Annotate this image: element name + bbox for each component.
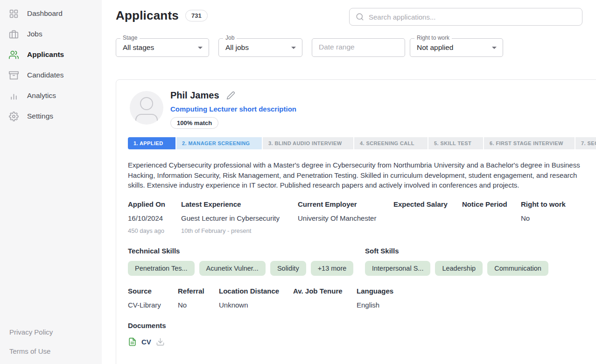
sidebar-item-label: Settings (27, 112, 53, 120)
stage-filter-value: All stages (123, 43, 154, 52)
sidebar-item-label: Candidates (27, 71, 63, 79)
soft-skills-title: Soft Skills (365, 247, 548, 255)
applicant-card: Phil James Computing Lecturer short desc… (116, 79, 596, 364)
description-line: Experienced Cybersecurity professional w… (128, 160, 580, 170)
document-name-link[interactable]: CV (141, 338, 151, 346)
skill-chip[interactable]: Leadership (435, 261, 483, 276)
sidebar-item-label: Dashboard (27, 9, 63, 18)
stage-pill-second-stage-interview[interactable]: 7. SECOND STAGE INTERVIEW (575, 137, 596, 149)
job-description-link[interactable]: Computing Lecturer short description (170, 105, 296, 113)
edit-pencil-icon[interactable] (226, 91, 235, 100)
documents-section: Documents CV (128, 322, 166, 346)
briefcase-icon (9, 29, 19, 39)
gear-icon (9, 112, 19, 121)
applicant-head: Phil James Computing Lecturer short desc… (170, 90, 296, 129)
applicant-count-badge: 731 (185, 10, 208, 21)
privacy-policy-link[interactable]: Privacy Policy (9, 328, 53, 336)
right-to-work-filter-value: Not applied (417, 43, 453, 52)
applicant-name: Phil James (170, 90, 219, 101)
meta-fields-row: Source CV-Library Referral No Location D… (128, 287, 501, 313)
job-filter-label: Job (223, 35, 237, 41)
chevron-down-icon (198, 47, 203, 49)
stage-progress-bar: 1. APPLIED 2. MANAGER SCREENING 3. BLIND… (128, 137, 596, 149)
stage-pill-first-stage-interview[interactable]: 6. FIRST STAGE INTERVIEW (484, 137, 575, 149)
avatar (130, 91, 163, 125)
more-skills-chip[interactable]: +13 more (311, 261, 354, 276)
applicant-fields-row: Applied On 16/10/2024 450 days ago Lates… (128, 200, 596, 238)
search-icon (356, 13, 364, 21)
sidebar-item-label: Analytics (27, 91, 56, 100)
stage-filter-label: Stage (120, 35, 140, 41)
stage-filter-select[interactable]: Stage All stages (116, 38, 209, 57)
sidebar-item-settings[interactable]: Settings (0, 106, 102, 126)
skill-chip[interactable]: Acunetix Vulner... (199, 261, 266, 276)
technical-skills-group: Technical Skills Penetration Tes... Acun… (128, 247, 353, 276)
sidebar-item-dashboard[interactable]: Dashboard (0, 3, 102, 24)
technical-skills-title: Technical Skills (128, 247, 353, 255)
soft-skills-group: Soft Skills Interpersonal S... Leadershi… (365, 247, 548, 276)
skill-chip[interactable]: Communication (487, 261, 548, 276)
sidebar-item-label: Jobs (27, 30, 42, 38)
field-latest-experience: Latest Experience Guest Lecturer in Cybe… (181, 200, 280, 234)
document-item: CV (128, 337, 166, 346)
field-av-job-tenure: Av. Job Tenure (293, 287, 343, 309)
document-file-icon (128, 337, 137, 346)
stage-pill-blind-audio-interview[interactable]: 3. BLIND AUDIO INTERVIEW (263, 137, 353, 149)
archive-box-icon (9, 70, 19, 80)
sidebar-item-analytics[interactable]: Analytics (0, 85, 102, 106)
skill-chip[interactable]: Interpersonal S... (365, 261, 430, 276)
sidebar-item-jobs[interactable]: Jobs (0, 24, 102, 44)
skills-section: Technical Skills Penetration Tes... Acun… (128, 247, 595, 280)
right-to-work-filter-label: Right to work (414, 35, 452, 41)
field-languages: Languages English (357, 287, 393, 309)
people-icon (9, 50, 19, 60)
chevron-down-icon (291, 47, 296, 49)
sidebar-item-candidates[interactable]: Candidates (0, 65, 102, 85)
description-line: skills. Extensive industry experience in… (128, 180, 580, 190)
stage-pill-applied[interactable]: 1. APPLIED (128, 137, 175, 149)
job-filter-select[interactable]: Job All jobs (218, 38, 302, 57)
sidebar-item-applicants[interactable]: Applicants (0, 44, 102, 65)
download-icon[interactable] (156, 337, 165, 346)
field-applied-on: Applied On 16/10/2024 450 days ago (128, 200, 165, 234)
field-notice-period: Notice Period (462, 200, 507, 227)
match-badge: 100% match (170, 117, 218, 129)
applicant-description: Experienced Cybersecurity professional w… (128, 160, 580, 190)
field-current-employer: Current Employer University Of Mancheste… (298, 200, 376, 227)
bar-chart-icon (9, 91, 19, 101)
field-source: Source CV-Library (128, 287, 161, 309)
date-range-filter[interactable] (312, 38, 405, 57)
dashboard-grid-icon (9, 9, 19, 19)
stage-pill-skill-test[interactable]: 5. SKILL TEST (428, 137, 483, 149)
stage-pill-screening-call[interactable]: 4. SCREENING CALL (354, 137, 428, 149)
page-title: Applicants (116, 8, 179, 23)
sidebar-nav: Dashboard Jobs Applicants Candidate (0, 0, 102, 126)
right-to-work-filter-select[interactable]: Right to work Not applied (410, 38, 503, 57)
job-filter-value: All jobs (225, 43, 249, 52)
search-input[interactable] (369, 13, 576, 21)
search-box[interactable] (349, 8, 582, 26)
field-right-to-work: Right to work No (521, 200, 566, 227)
field-location-distance: Location Distance Unknown (219, 287, 279, 309)
skill-chip[interactable]: Solidity (270, 261, 306, 276)
terms-of-use-link[interactable]: Terms of Use (9, 347, 50, 355)
field-referral: Referral No (178, 287, 204, 309)
chevron-down-icon (492, 47, 497, 49)
date-range-input[interactable] (319, 43, 398, 51)
description-line: Hacking, Information Security, Risk Mana… (128, 170, 580, 181)
sidebar: Dashboard Jobs Applicants Candidate (0, 0, 102, 364)
person-placeholder-icon (130, 91, 163, 125)
sidebar-item-label: Applicants (27, 50, 64, 59)
documents-title: Documents (128, 322, 166, 329)
skill-chip[interactable]: Penetration Tes... (128, 261, 195, 276)
stage-pill-manager-screening[interactable]: 2. MANAGER SCREENING (176, 137, 262, 149)
page-header: Applicants 731 (116, 8, 208, 23)
field-expected-salary: Expected Salary (393, 200, 448, 227)
